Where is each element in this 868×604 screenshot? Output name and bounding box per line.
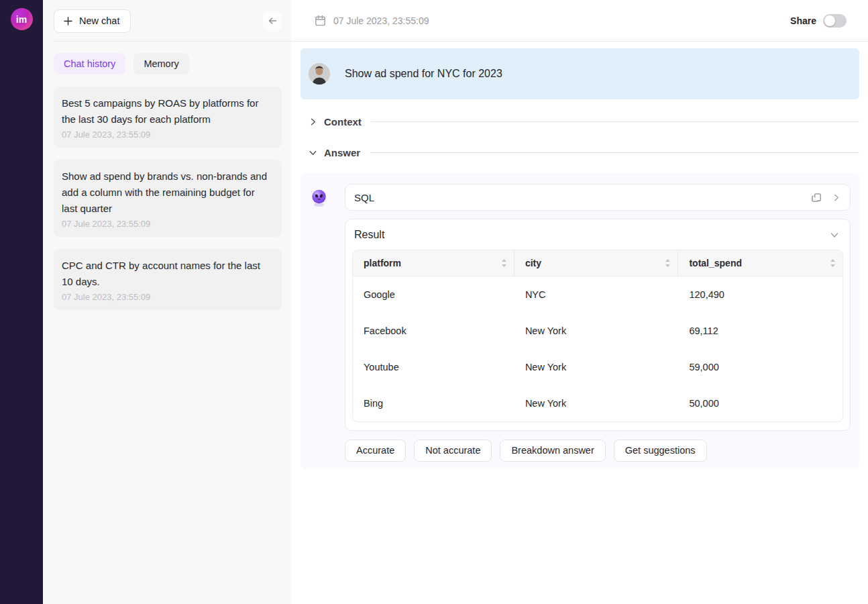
context-label: Context bbox=[324, 116, 362, 128]
history-item-timestamp: 07 Jule 2023, 23:55:09 bbox=[62, 292, 272, 302]
main-content: 07 Jule 2023, 23:55:09 Share Show ad spe… bbox=[291, 0, 868, 604]
sidebar-tabs: Chat history Memory bbox=[43, 42, 291, 74]
bot-avatar-column bbox=[309, 184, 345, 207]
chevron-right-icon bbox=[832, 193, 840, 202]
cell-city: NYC bbox=[514, 276, 679, 313]
conversation-date: 07 Jule 2023, 23:55:09 bbox=[314, 14, 429, 27]
app-logo[interactable]: im bbox=[11, 8, 33, 30]
history-item-title: Show ad spend by brands vs. non-brands a… bbox=[62, 168, 272, 217]
cell-platform: Youtube bbox=[353, 349, 514, 385]
user-avatar bbox=[309, 63, 330, 85]
cell-city: New York bbox=[514, 313, 679, 349]
result-header[interactable]: Result bbox=[352, 228, 843, 241]
column-header-city[interactable]: city bbox=[514, 250, 679, 276]
column-header-platform[interactable]: platform bbox=[353, 250, 514, 276]
chevron-right-icon bbox=[309, 117, 317, 126]
result-title: Result bbox=[354, 229, 384, 241]
list-item[interactable]: CPC and CTR by account names for the las… bbox=[54, 249, 282, 310]
table-header-row: platform city bbox=[353, 250, 843, 276]
chat-history-list: Best 5 campaigns by ROAS by platforms fo… bbox=[43, 74, 291, 310]
sql-label: SQL bbox=[354, 192, 374, 203]
answer-content: SQL bbox=[345, 184, 851, 462]
cell-platform: Bing bbox=[353, 385, 514, 421]
answer-label: Answer bbox=[324, 147, 360, 158]
table-row: Youtube New York 59,000 bbox=[353, 349, 843, 385]
result-card: Result platform bbox=[345, 219, 851, 431]
cell-platform: Google bbox=[353, 276, 514, 313]
history-item-title: CPC and CTR by account names for the las… bbox=[62, 258, 272, 290]
copy-sql-button[interactable] bbox=[811, 192, 822, 203]
cell-total-spend: 69,112 bbox=[678, 313, 843, 349]
share-label: Share bbox=[790, 15, 816, 26]
result-table: platform city bbox=[352, 250, 843, 422]
arrow-left-icon bbox=[266, 15, 278, 27]
table-row: Bing New York 50,000 bbox=[353, 385, 843, 421]
list-item[interactable]: Best 5 campaigns by ROAS by platforms fo… bbox=[54, 87, 282, 148]
not-accurate-button[interactable]: Not accurate bbox=[414, 440, 492, 462]
chevron-down-icon bbox=[309, 148, 317, 157]
get-suggestions-button[interactable]: Get suggestions bbox=[614, 440, 707, 462]
collapse-sidebar-button[interactable] bbox=[263, 11, 282, 30]
cell-total-spend: 120,490 bbox=[678, 276, 843, 313]
copy-icon bbox=[811, 192, 822, 203]
sort-icon[interactable] bbox=[830, 258, 836, 268]
user-message: Show ad spend for NYC for 2023 bbox=[301, 48, 859, 99]
sort-icon[interactable] bbox=[665, 258, 671, 268]
conversation-body: Show ad spend for NYC for 2023 Context A… bbox=[291, 42, 868, 469]
sort-icon[interactable] bbox=[501, 258, 507, 268]
header-actions: Share bbox=[790, 14, 847, 28]
toggle-knob bbox=[824, 15, 835, 26]
table-row: Google NYC 120,490 bbox=[353, 276, 843, 313]
new-chat-label: New chat bbox=[79, 15, 119, 26]
accurate-button[interactable]: Accurate bbox=[345, 440, 406, 462]
new-chat-button[interactable]: New chat bbox=[54, 9, 131, 33]
chevron-down-icon bbox=[830, 230, 839, 240]
user-message-text: Show ad spend for NYC for 2023 bbox=[345, 68, 502, 80]
cell-total-spend: 50,000 bbox=[678, 385, 843, 421]
column-header-total-spend[interactable]: total_spend bbox=[678, 250, 843, 276]
sidebar: New chat Chat history Memory Best 5 camp… bbox=[43, 0, 291, 604]
plus-icon bbox=[63, 16, 73, 26]
calendar-icon bbox=[314, 14, 327, 27]
conversation-date-text: 07 Jule 2023, 23:55:09 bbox=[333, 15, 429, 26]
history-item-timestamp: 07 Jule 2023, 23:55:09 bbox=[62, 219, 272, 229]
conversation-header: 07 Jule 2023, 23:55:09 Share bbox=[291, 0, 868, 42]
tab-chat-history[interactable]: Chat history bbox=[54, 53, 125, 74]
sql-panel-toggle[interactable]: SQL bbox=[345, 184, 851, 211]
answer-panel: SQL bbox=[301, 173, 859, 469]
share-toggle[interactable] bbox=[823, 14, 847, 28]
answer-section-toggle[interactable]: Answer bbox=[309, 144, 859, 160]
divider bbox=[370, 152, 859, 153]
bot-avatar-crystal-ball-icon bbox=[309, 188, 329, 207]
tab-memory[interactable]: Memory bbox=[133, 53, 188, 74]
table-row: Facebook New York 69,112 bbox=[353, 313, 843, 349]
history-item-title: Best 5 campaigns by ROAS by platforms fo… bbox=[62, 95, 272, 128]
cell-total-spend: 59,000 bbox=[678, 349, 843, 385]
sidebar-header: New chat bbox=[43, 0, 291, 42]
cell-platform: Facebook bbox=[353, 313, 514, 349]
context-section-toggle[interactable]: Context bbox=[309, 113, 859, 130]
list-item[interactable]: Show ad spend by brands vs. non-brands a… bbox=[54, 160, 282, 237]
cell-city: New York bbox=[514, 349, 679, 385]
breakdown-answer-button[interactable]: Breakdown answer bbox=[500, 440, 605, 462]
history-item-timestamp: 07 Jule 2023, 23:55:09 bbox=[62, 130, 272, 140]
brand-rail: im bbox=[0, 0, 43, 604]
cell-city: New York bbox=[514, 385, 679, 421]
feedback-actions: Accurate Not accurate Breakdown answer G… bbox=[345, 440, 851, 462]
divider bbox=[371, 121, 859, 122]
